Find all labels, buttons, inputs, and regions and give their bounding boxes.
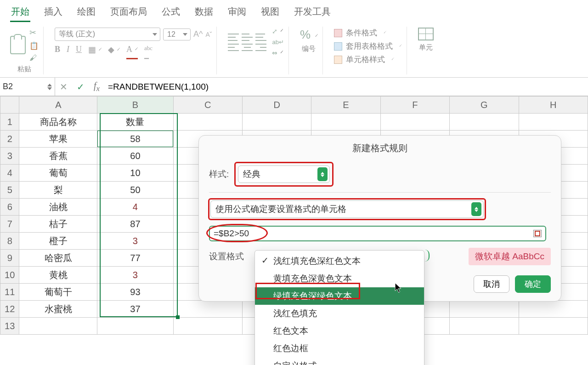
rule-formula-input[interactable]: =$B2>50 — [209, 226, 546, 241]
paste-icon[interactable] — [10, 36, 26, 54]
conditional-format-button[interactable]: 条件格式 — [334, 28, 402, 38]
cell[interactable]: 葡萄干 — [19, 284, 97, 301]
ok-button[interactable]: 确定 — [515, 275, 551, 293]
table-format-button[interactable]: 套用表格格式 — [334, 41, 402, 51]
cell[interactable]: 3 — [97, 233, 173, 250]
cell[interactable] — [450, 301, 519, 318]
tab-layout[interactable]: 页面布局 — [109, 4, 148, 22]
row-header[interactable]: 1 — [0, 114, 19, 131]
align-bottom-icon[interactable] — [255, 34, 266, 41]
row-header[interactable]: 4 — [0, 165, 19, 182]
cell[interactable] — [450, 318, 519, 335]
increase-font-icon[interactable]: A^ — [193, 29, 203, 39]
col-header-H[interactable]: H — [519, 97, 588, 114]
cancel-button[interactable]: 取消 — [474, 275, 509, 293]
border-button[interactable]: ▦ — [88, 45, 102, 59]
cell[interactable] — [311, 114, 380, 131]
col-header-D[interactable]: D — [242, 97, 311, 114]
row-header[interactable]: 10 — [0, 267, 19, 284]
font-name-select[interactable]: 等线 (正文) — [55, 28, 160, 41]
cell[interactable] — [19, 318, 97, 335]
cell[interactable] — [173, 114, 242, 131]
cancel-formula-icon[interactable]: ✕ — [55, 81, 72, 92]
cell[interactable]: 黄桃 — [19, 267, 97, 284]
format-painter-icon[interactable]: 🖌︎ — [29, 54, 39, 62]
cell[interactable]: 苹果 — [19, 131, 97, 148]
tab-insert[interactable]: 插入 — [43, 4, 63, 22]
cell[interactable] — [380, 114, 449, 131]
wrap-text-icon[interactable]: ab↵ — [272, 39, 283, 46]
select-all-corner[interactable] — [0, 97, 19, 114]
name-box[interactable]: B2 — [0, 78, 55, 96]
row-header[interactable]: 8 — [0, 233, 19, 250]
cell[interactable]: 梨 — [19, 182, 97, 199]
percent-icon[interactable]: % — [300, 28, 318, 42]
menu-item[interactable]: 浅红填充色深红色文本 — [255, 252, 424, 270]
orientation-icon[interactable]: ⤢ — [272, 28, 283, 35]
align-middle-icon[interactable] — [242, 34, 253, 41]
cell[interactable] — [97, 318, 173, 335]
selection-handle[interactable] — [176, 315, 180, 319]
row-header[interactable]: 6 — [0, 199, 19, 216]
cell[interactable]: 60 — [97, 148, 173, 165]
tab-developer[interactable]: 开发工具 — [293, 4, 332, 22]
cell[interactable]: 4 — [97, 199, 173, 216]
cell[interactable]: 水蜜桃 — [19, 301, 97, 318]
row-header[interactable]: 7 — [0, 216, 19, 233]
align-left-icon[interactable] — [228, 44, 239, 51]
merge-icon[interactable]: ⇔ — [272, 49, 283, 57]
col-header-C[interactable]: C — [173, 97, 242, 114]
cell[interactable] — [450, 114, 519, 131]
row-header[interactable]: 3 — [0, 148, 19, 165]
tab-review[interactable]: 审阅 — [227, 4, 247, 22]
cell[interactable] — [519, 301, 588, 318]
cell[interactable]: 37 — [97, 301, 173, 318]
cell[interactable]: 数量 — [97, 114, 173, 131]
cell[interactable]: 93 — [97, 284, 173, 301]
row-header[interactable]: 11 — [0, 284, 19, 301]
align-center-icon[interactable] — [242, 44, 253, 51]
col-header-F[interactable]: F — [380, 97, 449, 114]
fx-icon[interactable]: fx — [89, 80, 104, 93]
font-color-button[interactable]: A — [126, 45, 138, 59]
cell[interactable]: 3 — [97, 267, 173, 284]
font-size-select[interactable]: 12 — [163, 29, 191, 40]
cell-style-button[interactable]: 单元格样式 — [334, 54, 402, 65]
cell[interactable]: 油桃 — [19, 199, 97, 216]
cell[interactable]: 10 — [97, 165, 173, 182]
col-header-B[interactable]: B — [97, 97, 173, 114]
tab-formulas[interactable]: 公式 — [161, 4, 181, 22]
col-header-G[interactable]: G — [450, 97, 519, 114]
accept-formula-icon[interactable]: ✓ — [72, 81, 89, 92]
underline-button[interactable]: U — [76, 45, 82, 59]
col-header-E[interactable]: E — [311, 97, 380, 114]
cell[interactable] — [173, 318, 242, 335]
align-top-icon[interactable] — [228, 34, 239, 41]
menu-item[interactable]: 绿填充色深绿色文本 — [255, 287, 424, 305]
phonetic-button[interactable]: abc▁ — [144, 45, 153, 59]
range-picker-icon[interactable] — [533, 230, 542, 237]
menu-item[interactable]: 浅红色填充 — [255, 305, 424, 322]
cut-icon[interactable]: ✂︎ — [29, 28, 39, 38]
cell[interactable] — [242, 114, 311, 131]
col-header-A[interactable]: A — [19, 97, 97, 114]
decrease-font-icon[interactable]: A˘ — [205, 31, 212, 38]
rule-type-select[interactable]: 使用公式确定要设置格式的单元格 — [210, 200, 484, 218]
cell[interactable]: 香蕉 — [19, 148, 97, 165]
tab-data[interactable]: 数据 — [194, 4, 214, 22]
row-header[interactable]: 13 — [0, 318, 19, 335]
cell[interactable]: 哈密瓜 — [19, 250, 97, 267]
cell[interactable]: 87 — [97, 216, 173, 233]
cell[interactable]: 商品名称 — [19, 114, 97, 131]
tab-home[interactable]: 开始 — [10, 4, 30, 22]
cell[interactable]: 桔子 — [19, 216, 97, 233]
row-header[interactable]: 9 — [0, 250, 19, 267]
row-header[interactable]: 5 — [0, 182, 19, 199]
cell[interactable]: 77 — [97, 250, 173, 267]
menu-item[interactable]: 黄填充色深黄色文本 — [255, 270, 424, 287]
cell[interactable]: 葡萄 — [19, 165, 97, 182]
row-header[interactable]: 12 — [0, 301, 19, 318]
align-right-icon[interactable] — [255, 44, 266, 51]
insert-cells-icon[interactable] — [418, 28, 434, 40]
tab-draw[interactable]: 绘图 — [76, 4, 96, 22]
